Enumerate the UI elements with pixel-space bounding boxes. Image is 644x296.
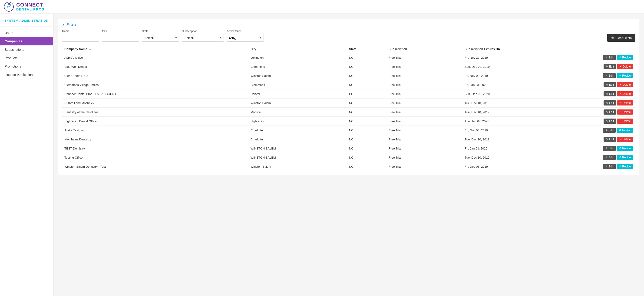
- cell-city: Clemmons: [248, 62, 347, 71]
- delete-button[interactable]: ✕ Delete: [617, 100, 633, 105]
- cell-actions: ✎ Edit↺ Revive: [594, 126, 636, 135]
- cell-subscription: Free Trial: [386, 108, 462, 117]
- table-row: Clemmons Village SmilesClemmonsNCFree Tr…: [62, 80, 636, 89]
- cell-expires: Sun, Dec 06, 2020: [462, 89, 594, 98]
- cell-actions: ✎ Edit✕ Delete: [594, 62, 636, 71]
- cell-expires: Fri, Jan 03, 2020: [462, 80, 594, 89]
- col-subscription[interactable]: Subscription: [386, 45, 462, 53]
- cell-actions: ✎ Edit↺ Revive: [594, 53, 636, 62]
- sidebar-item-subscriptions[interactable]: Subscriptions: [0, 45, 53, 54]
- cell-actions: ✎ Edit✕ Delete: [594, 108, 636, 117]
- edit-button[interactable]: ✎ Edit: [604, 91, 616, 96]
- action-buttons: ✎ Edit✕ Delete: [596, 109, 633, 115]
- filters-header: ▼ Filters: [62, 23, 636, 26]
- action-buttons: ✎ Edit↺ Revive: [596, 128, 633, 133]
- sidebar-item-license-verification[interactable]: License Verification: [0, 71, 53, 79]
- cell-city: Monroe: [248, 108, 347, 117]
- city-filter-input[interactable]: [102, 34, 139, 42]
- active-only-filter-select[interactable]: (Any)YesNo: [226, 34, 264, 42]
- cell-subscription: Free Trial: [386, 71, 462, 80]
- active-only-filter-label: Active Only: [226, 30, 264, 33]
- trash-icon: 🗑: [611, 36, 614, 40]
- delete-icon: ✕: [619, 119, 622, 123]
- revive-button[interactable]: ↺ Revive: [616, 55, 633, 60]
- edit-icon: ✎: [606, 156, 608, 159]
- cell-state: NC: [347, 144, 386, 153]
- main-content-panel: ▼ Filters Name City State Select...: [58, 19, 639, 175]
- clear-filters-button[interactable]: 🗑 Clear Filters: [607, 34, 636, 42]
- edit-icon: ✎: [606, 83, 608, 86]
- edit-button[interactable]: ✎ Edit: [603, 73, 616, 78]
- sidebar-section-title: SYSTEM ADMINISTRATION: [0, 19, 53, 23]
- delete-button[interactable]: ✕ Delete: [617, 137, 633, 142]
- cell-expires: Tue, Dec 10, 2019: [462, 98, 594, 108]
- sidebar-divider: [0, 27, 53, 27]
- edit-button[interactable]: ✎ Edit: [604, 118, 616, 124]
- logo-connect-text: CONNECT: [16, 2, 44, 8]
- cell-subscription: Free Trial: [386, 117, 462, 126]
- app-header: CONNECT DENTAL PROS: [0, 0, 644, 14]
- revive-button[interactable]: ↺ Revive: [616, 73, 633, 78]
- edit-button[interactable]: ✎ Edit: [604, 109, 616, 115]
- col-subscription-expires[interactable]: Subscription Expires On: [462, 45, 594, 53]
- action-buttons: ✎ Edit↺ Revive: [596, 55, 633, 60]
- edit-button[interactable]: ✎ Edit: [604, 64, 616, 69]
- table-row: TEST-DentistryWINSTON SALEMNCFree TrialF…: [62, 144, 636, 153]
- revive-button[interactable]: ↺ Revive: [616, 146, 633, 151]
- sidebar-item-users[interactable]: Users: [0, 29, 53, 37]
- delete-button[interactable]: ✕ Delete: [617, 118, 633, 124]
- delete-icon: ✕: [619, 101, 622, 105]
- cell-company-name: High Point Dental Office: [62, 117, 248, 126]
- sidebar-item-promotions[interactable]: Promotions: [0, 62, 53, 71]
- cell-subscription: Free Trial: [386, 162, 462, 171]
- cell-city: High Point: [248, 117, 347, 126]
- name-filter-input[interactable]: [62, 34, 99, 42]
- revive-button[interactable]: ↺ Revive: [616, 128, 633, 133]
- subscription-filter-select[interactable]: Select...: [182, 34, 224, 42]
- delete-button[interactable]: ✕ Delete: [617, 109, 633, 115]
- cell-company-name: TEST-Dentistry: [62, 144, 248, 153]
- table-row: Testing OfficeWINSTON SALEMNCFree TrialT…: [62, 153, 636, 162]
- col-company-name[interactable]: Company Name ▲: [62, 45, 248, 53]
- sidebar: SYSTEM ADMINISTRATION UsersCompaniesSubs…: [0, 14, 54, 296]
- sidebar-item-products[interactable]: Products: [0, 54, 53, 62]
- state-filter-select[interactable]: Select...: [142, 34, 179, 42]
- cell-subscription: Free Trial: [386, 62, 462, 71]
- edit-button[interactable]: ✎ Edit: [603, 146, 616, 151]
- edit-icon: ✎: [606, 128, 608, 132]
- action-buttons: ✎ Edit✕ Delete: [596, 64, 633, 69]
- edit-button[interactable]: ✎ Edit: [603, 155, 616, 160]
- delete-button[interactable]: ✕ Delete: [617, 82, 633, 87]
- table-row: Connect Dental Pros TEST ACCOUNTDenverCO…: [62, 89, 636, 98]
- cell-company-name: Connect Dental Pros TEST ACCOUNT: [62, 89, 248, 98]
- edit-button[interactable]: ✎ Edit: [603, 55, 616, 60]
- edit-button[interactable]: ✎ Edit: [604, 100, 616, 105]
- cell-subscription: Free Trial: [386, 144, 462, 153]
- city-filter-label: City: [102, 30, 139, 33]
- cell-expires: Thu, Jan 07, 2021: [462, 117, 594, 126]
- revive-button[interactable]: ↺ Revive: [616, 164, 633, 169]
- delete-icon: ✕: [619, 65, 622, 68]
- cell-state: NC: [347, 153, 386, 162]
- cell-company-name: Winston-Salem Dentistry - Test: [62, 162, 248, 171]
- cell-state: NC: [347, 62, 386, 71]
- cell-state: NC: [347, 126, 386, 135]
- filters-title: Filters: [67, 23, 76, 26]
- col-state[interactable]: State: [347, 45, 386, 53]
- edit-button[interactable]: ✎ Edit: [603, 164, 616, 169]
- sidebar-item-companies[interactable]: Companies: [0, 37, 53, 45]
- action-buttons: ✎ Edit✕ Delete: [596, 91, 633, 96]
- table-row: High Point Dental OfficeHigh PointNCFree…: [62, 117, 636, 126]
- edit-button[interactable]: ✎ Edit: [604, 82, 616, 87]
- table-row: Clean Teeth R UsWinston SalemNCFree Tria…: [62, 71, 636, 80]
- edit-icon: ✎: [606, 101, 608, 105]
- cell-subscription: Free Trial: [386, 89, 462, 98]
- action-buttons: ✎ Edit↺ Revive: [596, 164, 633, 169]
- revive-button[interactable]: ↺ Revive: [616, 155, 633, 160]
- delete-button[interactable]: ✕ Delete: [617, 91, 633, 96]
- col-city[interactable]: City: [248, 45, 347, 53]
- edit-button[interactable]: ✎ Edit: [603, 128, 616, 133]
- edit-button[interactable]: ✎ Edit: [604, 137, 616, 142]
- delete-button[interactable]: ✕ Delete: [617, 64, 633, 69]
- cell-company-name: Clean Teeth R Us: [62, 71, 248, 80]
